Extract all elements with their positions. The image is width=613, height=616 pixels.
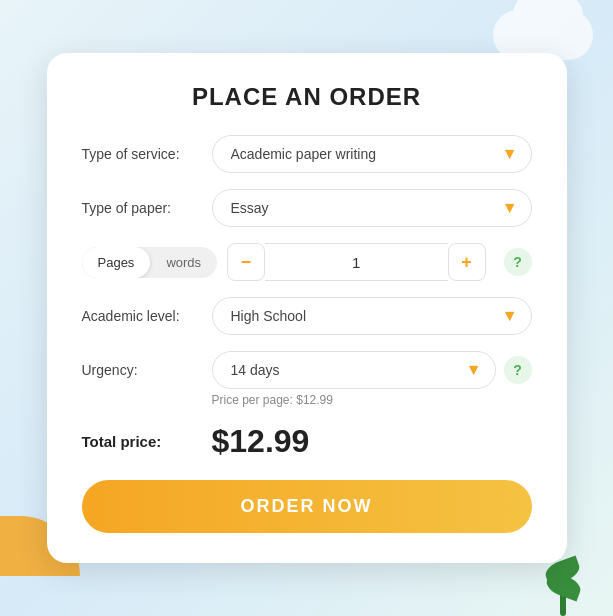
academic-row: Academic level: High School ▼	[82, 297, 532, 335]
decrement-button[interactable]: −	[227, 243, 265, 281]
urgency-label: Urgency:	[82, 362, 212, 378]
service-label: Type of service:	[82, 146, 212, 162]
urgency-inner: Urgency: 14 days ▼ ?	[82, 351, 532, 389]
paper-label: Type of paper:	[82, 200, 212, 216]
total-row: Total price: $12.99	[82, 423, 532, 460]
academic-select-wrapper: High School ▼	[212, 297, 532, 335]
quantity-help-button[interactable]: ?	[504, 248, 532, 276]
urgency-select[interactable]: 14 days	[212, 351, 496, 389]
service-select-wrapper: Academic paper writing ▼	[212, 135, 532, 173]
pages-row: Pages words − 1 + ?	[82, 243, 532, 281]
page-title: PLACE AN ORDER	[82, 83, 532, 111]
words-toggle-button[interactable]: words	[150, 247, 217, 278]
paper-select-wrapper: Essay ▼	[212, 189, 532, 227]
quantity-value: 1	[265, 243, 447, 281]
service-select[interactable]: Academic paper writing	[212, 135, 532, 173]
urgency-help-button[interactable]: ?	[504, 356, 532, 384]
price-per-page-label: Price per page: $12.99	[212, 393, 333, 407]
order-now-button[interactable]: ORDER NOW	[82, 480, 532, 533]
order-card: PLACE AN ORDER Type of service: Academic…	[47, 53, 567, 563]
urgency-row: Urgency: 14 days ▼ ? Price per page: $12…	[82, 351, 532, 407]
urgency-select-wrapper: 14 days ▼	[212, 351, 496, 389]
increment-button[interactable]: +	[448, 243, 486, 281]
total-price-value: $12.99	[212, 423, 310, 460]
academic-label: Academic level:	[82, 308, 212, 324]
pages-toggle-button[interactable]: Pages	[82, 247, 151, 278]
academic-select[interactable]: High School	[212, 297, 532, 335]
total-label: Total price:	[82, 433, 212, 450]
paper-select[interactable]: Essay	[212, 189, 532, 227]
quantity-control: − 1 +	[227, 243, 485, 281]
paper-row: Type of paper: Essay ▼	[82, 189, 532, 227]
pages-words-toggle: Pages words	[82, 247, 218, 278]
service-row: Type of service: Academic paper writing …	[82, 135, 532, 173]
